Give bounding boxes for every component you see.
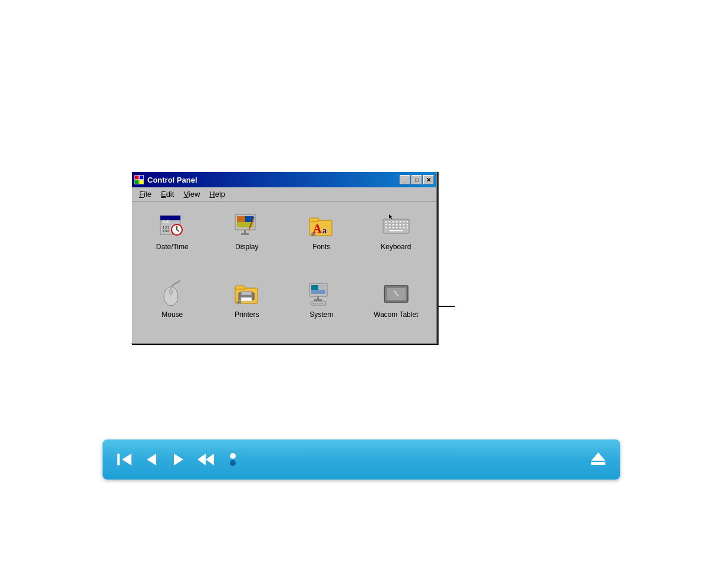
- svg-rect-24: [309, 218, 319, 222]
- svg-rect-66: [317, 296, 319, 299]
- svg-rect-43: [385, 227, 387, 229]
- svg-rect-73: [322, 303, 323, 304]
- maximize-button[interactable]: □: [411, 175, 422, 184]
- svg-rect-47: [399, 227, 401, 229]
- menu-file[interactable]: File: [134, 189, 156, 200]
- svg-rect-64: [318, 285, 325, 290]
- window-icon: [134, 175, 144, 184]
- window-title: Control Panel: [147, 176, 197, 184]
- icon-wacom[interactable]: Wacom Tablet: [362, 275, 431, 337]
- svg-marker-79: [147, 454, 156, 465]
- system-label: System: [309, 310, 333, 319]
- svg-rect-20: [241, 233, 249, 235]
- svg-rect-45: [392, 227, 394, 229]
- icon-datetime[interactable]: 1:2 1 2 3 4 5 6 Date/Time: [138, 207, 207, 269]
- icon-system[interactable]: System: [287, 275, 356, 337]
- svg-rect-71: [317, 303, 318, 304]
- menu-help[interactable]: Help: [205, 189, 230, 200]
- display-label: Display: [235, 243, 258, 251]
- control-panel-window: Control Panel _ □ ✕ File Edit View Help …: [131, 171, 437, 344]
- svg-rect-36: [385, 224, 387, 226]
- next-button[interactable]: [166, 447, 191, 472]
- svg-rect-39: [396, 224, 398, 226]
- svg-rect-70: [315, 303, 316, 304]
- svg-point-54: [169, 289, 173, 294]
- svg-rect-38: [392, 224, 394, 226]
- svg-rect-58: [241, 292, 252, 295]
- svg-marker-82: [206, 454, 214, 465]
- toolbar-left: [112, 447, 245, 472]
- svg-rect-19: [244, 230, 246, 233]
- toolbar-right: [586, 447, 611, 472]
- svg-marker-81: [197, 454, 206, 465]
- svg-rect-56: [235, 286, 245, 289]
- svg-rect-44: [388, 227, 391, 229]
- title-bar-buttons: _ □ ✕: [400, 175, 434, 184]
- menu-view[interactable]: View: [179, 189, 205, 200]
- svg-rect-16: [237, 216, 245, 222]
- mouse-label: Mouse: [162, 310, 183, 319]
- svg-rect-72: [319, 303, 321, 304]
- svg-marker-80: [174, 454, 183, 465]
- svg-rect-89: [591, 462, 605, 465]
- svg-marker-88: [591, 452, 605, 461]
- datetime-label: Date/Time: [156, 243, 189, 251]
- svg-rect-30: [388, 221, 391, 223]
- svg-rect-37: [388, 224, 391, 226]
- svg-rect-33: [399, 221, 401, 223]
- svg-rect-42: [406, 224, 409, 226]
- icon-display[interactable]: Display: [213, 207, 282, 269]
- svg-rect-4: [140, 180, 143, 184]
- svg-rect-2: [140, 176, 143, 179]
- svg-rect-32: [396, 221, 398, 223]
- svg-rect-50: [389, 230, 403, 232]
- menu-edit[interactable]: Edit: [156, 189, 179, 200]
- svg-marker-78: [122, 454, 131, 465]
- menu-bar: File Edit View Help: [132, 187, 436, 201]
- svg-rect-77: [117, 454, 120, 465]
- keyboard-label: Keyboard: [381, 243, 411, 251]
- svg-text:4  5  6: 4 5 6: [163, 229, 169, 233]
- svg-rect-31: [392, 221, 394, 223]
- icon-mouse[interactable]: Mouse: [138, 275, 207, 337]
- svg-rect-69: [312, 303, 314, 304]
- svg-rect-59: [241, 297, 252, 301]
- svg-rect-29: [385, 221, 387, 223]
- svg-rect-67: [314, 299, 322, 301]
- svg-rect-35: [406, 221, 409, 223]
- rewind-button[interactable]: [193, 447, 218, 472]
- svg-rect-1: [135, 176, 139, 179]
- options-button[interactable]: [220, 447, 245, 472]
- svg-rect-3: [135, 180, 139, 184]
- svg-text:1:2: 1:2: [163, 219, 169, 223]
- svg-point-86: [230, 453, 236, 459]
- printers-label: Printers: [235, 310, 259, 319]
- bottom-toolbar: [103, 439, 620, 480]
- minimize-button[interactable]: _: [400, 175, 410, 184]
- svg-rect-65: [311, 290, 325, 294]
- icon-fonts[interactable]: A a Fonts: [287, 207, 356, 269]
- prev-button[interactable]: [139, 447, 164, 472]
- close-button[interactable]: ✕: [423, 175, 434, 184]
- svg-rect-49: [406, 227, 409, 229]
- icon-grid: 1:2 1 2 3 4 5 6 Date/Time: [132, 201, 436, 343]
- title-bar-left: Control Panel: [134, 175, 197, 184]
- svg-marker-51: [389, 214, 392, 219]
- svg-rect-41: [403, 224, 405, 226]
- svg-text:a: a: [322, 226, 327, 235]
- svg-point-87: [230, 460, 236, 466]
- svg-rect-34: [403, 221, 405, 223]
- skip-back-button[interactable]: [112, 447, 137, 472]
- fonts-label: Fonts: [312, 243, 330, 251]
- title-bar: Control Panel _ □ ✕: [132, 172, 436, 187]
- eject-button[interactable]: [586, 447, 611, 472]
- svg-rect-46: [396, 227, 398, 229]
- svg-rect-48: [403, 227, 405, 229]
- wacom-label: Wacom Tablet: [374, 310, 418, 319]
- icon-printers[interactable]: Printers: [213, 275, 282, 337]
- icon-keyboard[interactable]: Keyboard: [362, 207, 431, 269]
- svg-rect-63: [311, 285, 318, 290]
- connector-line: [437, 306, 455, 307]
- svg-rect-40: [399, 224, 401, 226]
- svg-text:A: A: [313, 222, 322, 235]
